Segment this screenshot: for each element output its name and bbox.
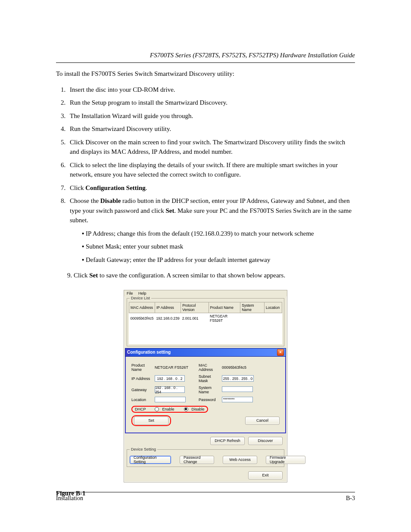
dhcp-highlight: DHCP Enable Disable xyxy=(131,406,208,413)
lbl-location: Location xyxy=(131,396,154,404)
device-list-table[interactable]: MAC Address IP Address Protocol Version … xyxy=(129,302,282,344)
lbl-prodname: Product Name xyxy=(131,363,154,372)
set-button[interactable]: Set xyxy=(134,417,168,425)
menubar: File Help xyxy=(124,290,287,296)
location-input[interactable] xyxy=(155,397,186,402)
sysname-input[interactable] xyxy=(222,386,253,392)
subnet-input[interactable]: 255 . 255 . 255 . 0 xyxy=(222,375,254,382)
web-access-button[interactable]: Web Access xyxy=(223,456,257,464)
lbl-ip: IP Address xyxy=(131,374,154,383)
gateway-input[interactable]: 192 . 168 . 0 . 254 xyxy=(155,386,185,393)
col-mac[interactable]: MAC Address xyxy=(129,302,155,313)
device-setting-legend: Device Setting xyxy=(130,447,157,451)
lbl-password: Password xyxy=(198,396,221,404)
close-icon[interactable]: × xyxy=(277,349,284,356)
step-9-num: 9. xyxy=(67,272,72,279)
subpoint-mask: Subnet Mask; enter your subnet mask xyxy=(79,242,355,252)
col-prod[interactable]: Product Name xyxy=(209,302,240,313)
app-window: File Help Device List MAC Address IP Add… xyxy=(124,290,287,482)
radio-disable[interactable] xyxy=(184,407,188,411)
lbl-sysname: System Name xyxy=(198,385,221,395)
footer-left: Installation xyxy=(56,495,83,502)
step-3: The Installation Wizard will guide you t… xyxy=(67,111,355,121)
footer-right: B-3 xyxy=(346,495,355,502)
dhcp-refresh-button[interactable]: DHCP Refresh xyxy=(210,437,245,445)
config-titlebar: Configuration setting × xyxy=(125,348,286,357)
col-loc[interactable]: Location xyxy=(265,302,282,313)
password-input[interactable]: ******** xyxy=(222,397,253,402)
exit-button[interactable]: Exit xyxy=(248,471,283,479)
password-change-button[interactable]: Password Change xyxy=(180,456,214,464)
subpoint-ip: IP Address; change this from the default… xyxy=(79,229,355,239)
intro-text: To install the FS700TS Series Switch Sma… xyxy=(56,69,355,79)
device-list-legend: Device List xyxy=(130,296,151,300)
col-ip[interactable]: IP Address xyxy=(155,302,181,313)
config-setting-button[interactable]: Configuration Setting xyxy=(130,456,171,464)
discover-button[interactable]: Discover xyxy=(248,437,283,445)
col-proto[interactable]: Protocol Version xyxy=(181,302,209,313)
lbl-gw: Gateway xyxy=(131,385,154,395)
running-head: FS700TS Series (FS728TS, FS752TS, FS752T… xyxy=(150,52,355,59)
col-sys[interactable]: System Name xyxy=(240,302,265,313)
firmware-upgrade-button[interactable]: Firmware Upgrade xyxy=(266,456,305,464)
step-7: Click Configuration Setting. xyxy=(67,183,355,193)
radio-enable[interactable] xyxy=(155,407,159,411)
step-1: Insert the disc into your CD-ROM drive. xyxy=(67,85,355,95)
table-row[interactable]: 00095b63f4c5 192.168.0.239 2.001.001 NET… xyxy=(129,313,282,324)
val-prodname: NETGEAR FS526T xyxy=(154,363,198,372)
subpoint-gw: Default Gateway; enter the IP address fo… xyxy=(79,255,355,265)
step-6: Click to select the line displaying the … xyxy=(67,160,355,180)
val-mac: 00095b63f4c5 xyxy=(221,363,280,372)
set-highlight: Set xyxy=(131,415,171,426)
step-5: Click Discover on the main screen to fin… xyxy=(67,137,355,157)
lbl-dhcp: DHCP xyxy=(135,407,146,411)
menu-file[interactable]: File xyxy=(127,291,133,296)
lbl-subnet: Subnet Mask xyxy=(198,374,221,383)
lbl-mac: MAC Address xyxy=(198,363,221,372)
cancel-button[interactable]: Cancel xyxy=(245,417,280,425)
ip-input[interactable]: 192 . 168 . 0 . 2 xyxy=(155,375,185,382)
menu-help[interactable]: Help xyxy=(138,291,146,296)
step-4: Run the Smartwizard Discovery utility. xyxy=(67,124,355,134)
step-8: Choose the Disable radio button in the D… xyxy=(67,196,355,264)
device-list-group: Device List MAC Address IP Address Proto… xyxy=(127,298,284,346)
device-setting-group: Device Setting Configuration Setting Pas… xyxy=(127,449,284,467)
config-panel: Product Name NETGEAR FS526T MAC Address … xyxy=(125,357,286,433)
step-2: Run the Setup program to install the Sma… xyxy=(67,98,355,108)
